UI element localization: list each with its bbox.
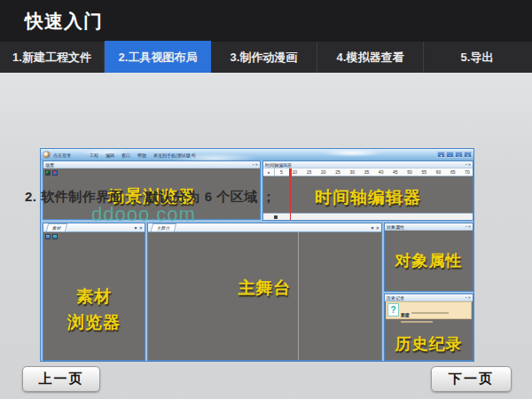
ruler-number: 10 [292,169,297,175]
timeline-editor-panel: 时间轴编辑器 ▪ ✕ ● 5 10 15 20 25 30 35 40 45 [262,160,473,221]
ruler-number: 50 [407,169,412,175]
history-record-label: 历史纪录 [385,333,473,355]
history-list-item: ? 新建 [386,301,472,319]
ruler-number: 45 [393,169,398,175]
ruler-number: 30 [349,169,355,175]
page-title: 快速入门 [25,9,103,34]
scene-panel-header: 场景 ▪ ✕ [43,161,260,168]
menu-edit: 编辑 [106,153,114,158]
tab-step-2-active[interactable]: 2.工具视图布局 [105,41,211,74]
watermark-site-url: ddooo.com [91,203,196,226]
scene-icon-2 [52,170,58,176]
minimize-icon: ─ [446,152,454,158]
ruler-number: 65 [450,169,456,175]
menu-window: 窗口 [121,153,130,158]
scene-panel-controls: ▪ ✕ [253,161,258,168]
properties-panel-controls: ▪ ✕ [466,223,471,231]
properties-panel-title: 对象属性 [387,223,404,231]
main-stage-panel: 主舞台 ▼ ✕ 主舞台 [147,223,382,361]
history-item-text: 新建 [401,303,449,317]
material-tab: 素材 [46,223,67,231]
history-panel-title: 历史记录 [387,294,404,301]
tab-step-1[interactable]: 1.新建工程文件 [0,42,105,73]
material-browser-label-line1: 素材 [43,286,145,309]
dropdown-icon: ▾ [437,152,445,158]
content-area: D 多多软件站 ddooo.com 2. 软件制作界面 ， 默认分为 6 个区域… [0,73,532,399]
app-title-text: 发送到手机(测试版:4) [153,153,196,158]
timeline-editor-label: 时间轴编辑器 [263,186,473,209]
menu-project: 工程 [90,153,98,158]
app-logo-icon [43,151,51,159]
ruler-number: 55 [422,169,427,175]
history-panel-controls: ▪ ✕ [466,294,471,301]
top-header: 快速入门 [0,0,532,42]
menu-help: 帮助 [137,153,146,158]
ruler-number: 20 [321,169,326,175]
history-item-blurred-text [411,312,449,314]
timeline-layer-icon [274,215,278,219]
tab-step-5[interactable]: 5.导出 [424,42,530,73]
timeline-ruler: ● 5 10 15 20 25 30 35 40 45 50 55 60 [263,168,473,176]
history-panel: 历史记录 ▪ ✕ ? 新建 历史纪录 [384,293,473,361]
previous-page-button[interactable]: 上一页 [22,366,100,392]
main-stage-label: 主舞台 [148,277,381,300]
scene-toolbar-icons [45,170,59,176]
material-browser-panel: 素材 ▼ ✕ 素材 浏览器 [43,223,145,361]
material-browser-label-line2: 浏览器 [43,311,145,334]
app-menu-bar: 工程 编辑 窗口 帮助 [90,153,153,158]
ruler-number: 70 [465,169,470,175]
timeline-panel-title: 时间轴编辑器 [265,161,292,168]
window-controls: ▾ ─ □ ✕ [436,152,472,158]
step-tab-bar: 1.新建工程文件 2.工具视图布局 3.制作动漫画 4.模拟器查看 5.导出 [0,42,532,73]
question-icon: ? [387,303,399,317]
playhead-line [290,168,291,220]
material-toolbar-icons [45,234,59,239]
ruler-number: 35 [364,169,370,175]
scene-icon-1 [45,170,51,176]
keyframe-marker-icon: ● [263,168,275,176]
ruler-number: 25 [335,169,340,175]
material-icon-1 [45,234,51,239]
history-panel-header: 历史记录 ▪ ✕ [385,294,473,301]
timeline-bottom-strip [263,213,473,220]
app-screenshot-window: 点击登录 工程 编辑 窗口 帮助 发送到手机(测试版:4) ▾ ─ □ ✕ [40,148,474,362]
timeline-panel-controls: ▪ ✕ [466,161,471,168]
quick-start-page: 快速入门 1.新建工程文件 2.工具视图布局 3.制作动漫画 4.模拟器查看 5… [0,0,532,399]
history-item-title: 新建 [401,312,410,317]
object-properties-panel: 对象属性 ▪ ✕ 对象属性 [384,223,473,292]
app-logo-caption: 点击登录 [53,153,71,158]
ruler-number: 15 [307,169,312,175]
properties-panel-header: 对象属性 ▪ ✕ [385,223,473,231]
ruler-number: 5 [280,169,283,175]
timeline-ruler-numbers: 5 10 15 20 25 30 35 40 45 50 55 60 65 70 [275,168,473,176]
timeline-panel-header: 时间轴编辑器 ▪ ✕ [263,161,473,168]
maximize-icon: □ [455,152,463,158]
ruler-number: 40 [379,169,384,175]
history-item-blurred-text-2 [401,321,433,323]
next-page-button[interactable]: 下一页 [431,366,512,392]
close-icon: ✕ [464,152,472,158]
object-properties-label: 对象属性 [385,250,473,271]
app-title-bar: 点击登录 工程 编辑 窗口 帮助 发送到手机(测试版:4) ▾ ─ □ ✕ [41,149,473,160]
material-icon-2 [52,234,58,239]
stage-strip-controls: ▼ ✕ [370,225,379,231]
ruler-number: 60 [436,169,442,175]
tab-step-4[interactable]: 4.模拟器查看 [317,42,424,73]
scene-panel-title: 场景 [45,161,54,168]
tab-step-3[interactable]: 3.制作动漫画 [211,42,317,73]
